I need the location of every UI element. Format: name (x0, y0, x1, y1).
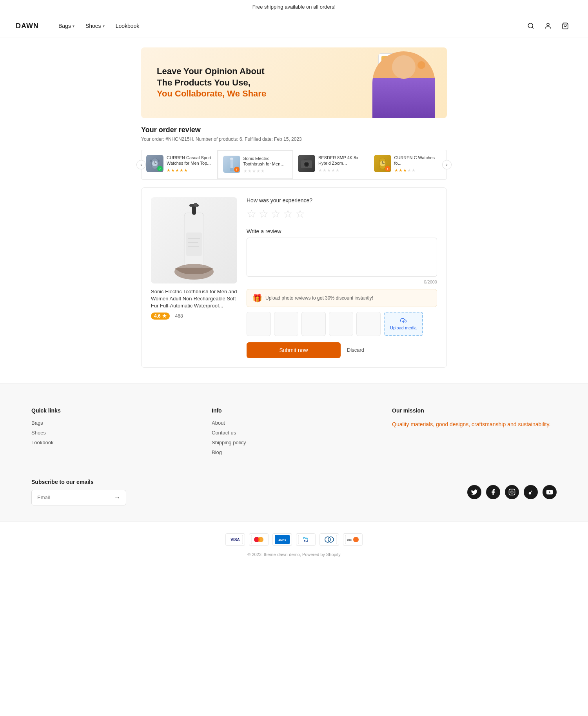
svg-rect-7 (150, 160, 152, 162)
facebook-icon[interactable] (486, 485, 500, 499)
submit-button[interactable]: Submit now (247, 342, 341, 358)
info-title: Info (212, 407, 376, 414)
product-badge-1: ✓ (157, 166, 163, 171)
svg-rect-40 (298, 535, 313, 544)
product-info-3: BESDER 8MP 4K 8x Hybrid Zoom 2.8+12mm...… (318, 155, 364, 173)
star-rating[interactable]: ☆ ☆ ☆ ☆ ☆ (247, 207, 437, 220)
discard-button[interactable]: Discard (347, 347, 364, 353)
review-form-container: Sonic Electric Toothbrush for Men and Wo… (141, 187, 447, 368)
product-carousel: ✓ CURREN Casual Sport Watches for Men To… (141, 150, 447, 180)
upload-promo-banner: 🎁 Upload photo reviews to get 30% discou… (247, 289, 437, 307)
product-badge-2: ! (234, 167, 240, 172)
header: DAWN Bags ▾ Shoes ▾ Lookbook (0, 14, 588, 38)
product-thumbnail-2: ! (223, 156, 240, 173)
diners-payment-icon (319, 533, 339, 546)
carousel-product-3[interactable]: BESDER 8MP 4K 8x Hybrid Zoom 2.8+12mm...… (293, 150, 369, 179)
logo[interactable]: DAWN (16, 22, 39, 30)
visa-payment-icon: VISA (225, 533, 245, 546)
chevron-down-icon: ▾ (73, 24, 74, 28)
product-stars-2: ★★★★★ (243, 169, 288, 174)
product-info-4: CURREN C Watches fo... ★★★★★ (394, 155, 441, 173)
nav-bags[interactable]: Bags ▾ (54, 20, 78, 31)
star-4[interactable]: ☆ (283, 207, 293, 220)
hero-text: Leave Your Opinion About The Products Yo… (157, 66, 266, 100)
footer-link-shoes[interactable]: Shoes (31, 430, 196, 436)
powered-by-link[interactable]: Powered by Shopify (302, 552, 341, 557)
gift-icon: 🎁 (252, 293, 262, 303)
review-textarea[interactable] (247, 238, 437, 277)
product-thumbnail-4: ! (374, 155, 391, 172)
review-count: 468 (175, 313, 183, 319)
product-thumbnail-3 (298, 155, 315, 172)
product-preview-image (151, 197, 237, 283)
product-info-2: Sonic Electric Toothbrush for Men an... … (243, 156, 288, 174)
svg-rect-24 (186, 233, 202, 256)
footer-link-shipping[interactable]: Shipping policy (212, 440, 376, 445)
product-stars-4: ★★★★★ (394, 168, 441, 173)
svg-rect-15 (304, 159, 307, 160)
svg-text:AMEX: AMEX (278, 539, 287, 542)
star-5[interactable]: ☆ (295, 207, 305, 220)
svg-rect-43 (322, 535, 337, 544)
carousel-next-button[interactable]: › (442, 160, 452, 169)
footer-link-blog[interactable]: Blog (212, 449, 376, 455)
footer-link-bags[interactable]: Bags (31, 420, 196, 426)
footer-bottom: Subscribe to our emails → (31, 479, 557, 505)
tiktok-icon[interactable] (524, 485, 538, 499)
star-icon: ★ (162, 313, 167, 319)
footer-info: Info About Contact us Shipping policy Bl… (212, 407, 376, 459)
product-stars-1: ★★★★★ (167, 168, 212, 173)
email-input[interactable] (32, 490, 109, 505)
svg-point-0 (528, 23, 533, 28)
carousel-product-1[interactable]: ✓ CURREN Casual Sport Watches for Men To… (142, 150, 218, 179)
order-info: Your order: #NHCN215H. Number of product… (141, 136, 447, 142)
footer-link-contact[interactable]: Contact us (212, 430, 376, 436)
chevron-down-icon: ▾ (103, 24, 105, 28)
carousel-product-2[interactable]: ! Sonic Electric Toothbrush for Men an..… (218, 150, 294, 179)
product-carousel-wrapper: ‹ ✓ (141, 150, 447, 180)
paypal-payment-icon: Pay Pal (296, 533, 316, 546)
footer-link-about[interactable]: About (212, 420, 376, 426)
subscribe-button[interactable]: → (109, 490, 126, 505)
svg-text:VISA: VISA (230, 538, 240, 542)
star-3[interactable]: ☆ (271, 207, 281, 220)
carousel-product-4[interactable]: ! CURREN C Watches fo... ★★★★★ (369, 150, 445, 179)
media-slot-4 (329, 312, 353, 336)
star-1[interactable]: ☆ (247, 207, 256, 220)
product-info-1: CURREN Casual Sport Watches for Men Top.… (167, 155, 212, 173)
payment-icons: VISA AMEX Pay Pal (31, 533, 557, 546)
upload-media-label: Upload media (390, 325, 417, 330)
media-upload-row: Upload media (247, 312, 437, 336)
svg-rect-10 (230, 168, 234, 171)
cart-button[interactable] (558, 19, 572, 33)
svg-text:Pay: Pay (303, 537, 309, 540)
nav-lookbook[interactable]: Lookbook (112, 20, 143, 31)
product-name-4: CURREN C Watches fo... (394, 155, 441, 166)
svg-text:Pal: Pal (304, 540, 308, 543)
media-slot-5 (356, 312, 381, 336)
footer-top: Quick links Bags Shoes Lookbook Info Abo… (31, 407, 557, 459)
search-button[interactable] (524, 19, 538, 33)
mastercard-payment-icon (249, 533, 269, 546)
carousel-prev-button[interactable]: ‹ (136, 160, 146, 169)
account-button[interactable] (541, 19, 555, 33)
svg-point-14 (305, 163, 308, 166)
twitter-icon[interactable] (467, 485, 481, 499)
media-slot-3 (301, 312, 326, 336)
hero-banner: Leave Your Opinion About The Products Yo… (141, 47, 447, 118)
youtube-icon[interactable] (543, 485, 557, 499)
mission-title: Our mission (392, 407, 557, 414)
upload-media-button[interactable]: Upload media (384, 312, 423, 336)
footer-link-lookbook[interactable]: Lookbook (31, 440, 196, 445)
svg-rect-23 (194, 203, 197, 207)
svg-text:DISC: DISC (347, 539, 352, 541)
star-2[interactable]: ☆ (259, 207, 269, 220)
instagram-icon[interactable] (505, 485, 519, 499)
product-name-2: Sonic Electric Toothbrush for Men an... (243, 156, 288, 167)
svg-rect-30 (509, 489, 515, 495)
nav-shoes[interactable]: Shoes ▾ (82, 20, 109, 31)
subscribe-section: Subscribe to our emails → (31, 479, 126, 505)
subscribe-form: → (31, 490, 126, 505)
footer: Quick links Bags Shoes Lookbook Info Abo… (0, 383, 588, 521)
review-form: How was your experience? ☆ ☆ ☆ ☆ ☆ Write… (247, 197, 437, 358)
